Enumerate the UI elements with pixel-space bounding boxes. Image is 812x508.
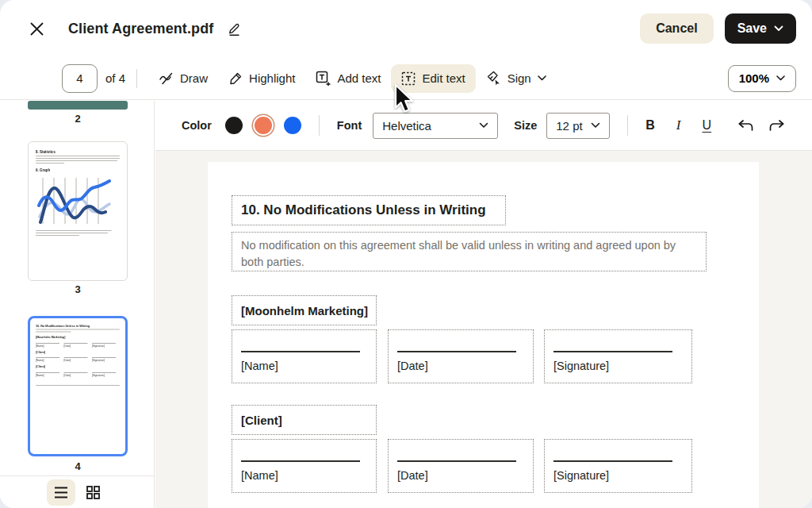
field-label: [Signature] — [553, 469, 691, 482]
thumb-text-line — [36, 230, 111, 231]
sign-tool-button[interactable]: Sign — [476, 64, 557, 93]
divider — [627, 115, 628, 136]
editable-paragraph-box[interactable]: No modification on this agreement shall … — [232, 232, 707, 271]
close-icon — [30, 22, 44, 36]
highlight-label: Highlight — [249, 71, 295, 85]
thumb3-heading-statistics: 8. Statistics — [36, 150, 120, 154]
editable-signature-field[interactable]: [Name] — [232, 329, 377, 383]
signature-line — [553, 460, 672, 462]
underline-button[interactable]: U — [703, 118, 712, 133]
zoom-value: 100% — [739, 71, 769, 85]
signature-line — [553, 351, 672, 352]
thumb-signature-row: [Name] [Date] [Signature] — [36, 372, 120, 376]
highlighter-icon — [228, 71, 243, 86]
color-swatch-black[interactable] — [225, 117, 243, 134]
sign-label: Sign — [508, 71, 531, 85]
undo-icon — [737, 120, 754, 132]
field-label: [Name] — [241, 469, 376, 482]
field-label: [Date] — [397, 360, 533, 372]
color-swatch-orange-selected[interactable] — [255, 117, 272, 134]
color-swatches — [225, 117, 301, 134]
redo-button[interactable] — [768, 120, 785, 132]
signature-line — [397, 351, 516, 352]
font-label: Font — [337, 119, 362, 132]
thumb-text-line — [36, 329, 120, 330]
color-label: Color — [182, 119, 212, 132]
bold-button[interactable]: B — [645, 118, 655, 133]
color-swatch-blue[interactable] — [284, 117, 301, 134]
pdf-page: 10. No Modifications Unless in Writing N… — [208, 162, 759, 508]
grid-view-button[interactable] — [79, 479, 108, 506]
draw-label: Draw — [180, 71, 208, 85]
page-number-input[interactable] — [62, 64, 98, 93]
page-2-thumbnail[interactable] — [28, 101, 128, 110]
thumb4-party-1: [Moonhelm Marketing] — [36, 336, 120, 339]
signature-line — [397, 460, 516, 462]
chevron-down-icon — [479, 122, 488, 129]
editable-signature-field[interactable]: [Date] — [388, 329, 534, 383]
thumb-signature-row: [Name] [Date] [Signature] — [36, 343, 120, 347]
title-bar: Client Agreement.pdf Cancel Save — [0, 0, 812, 57]
font-select[interactable]: Helvetica — [373, 113, 498, 139]
field-label: [Signature] — [553, 360, 691, 372]
rename-button[interactable] — [223, 17, 245, 40]
document-canvas: 10. No Modifications Unless in Writing N… — [155, 151, 812, 508]
history-buttons — [737, 120, 785, 132]
add-text-tool-button[interactable]: Add text — [305, 64, 391, 93]
thumb-text-line — [36, 158, 120, 159]
pdf-editor-window: Client Agreement.pdf Cancel Save of 4 — [0, 0, 812, 508]
edit-text-label: Edit text — [422, 71, 465, 85]
pencil-icon — [227, 21, 241, 36]
signature-line — [241, 351, 360, 352]
thumb-text-line — [36, 156, 120, 156]
size-select[interactable]: 12 pt — [546, 113, 610, 139]
line-chart-thumbnail — [36, 175, 113, 226]
thumb4-party-2: [Client] — [36, 351, 120, 354]
editable-signature-field[interactable]: [Signature] — [544, 329, 692, 383]
editable-heading-box[interactable]: 10. No Modifications Unless in Writing — [232, 195, 506, 225]
document-title: Client Agreement.pdf — [68, 21, 213, 37]
editable-party-box[interactable]: [Moonhelm Marketing] — [232, 295, 377, 325]
page-3-thumbnail[interactable]: 8. Statistics 9. Graph — [28, 141, 128, 281]
page-4-number: 4 — [28, 460, 128, 472]
thumb-text-line — [36, 235, 79, 236]
divider — [319, 115, 320, 136]
zoom-level-button[interactable]: 100% — [728, 65, 796, 92]
editable-signature-field[interactable]: [Name] — [232, 439, 377, 493]
thumb-text-line — [36, 163, 64, 164]
field-label: [Name] — [241, 360, 376, 372]
chevron-down-icon — [776, 75, 785, 81]
thumb-signature-row: [Name] [Date] [Signature] — [36, 358, 120, 362]
chevron-down-icon — [538, 75, 546, 81]
editable-signature-field[interactable]: [Signature] — [544, 439, 692, 493]
add-text-label: Add text — [337, 71, 381, 85]
field-label: [Date] — [397, 469, 533, 482]
cancel-button[interactable]: Cancel — [640, 13, 713, 44]
list-view-icon — [54, 487, 68, 498]
undo-button[interactable] — [737, 120, 754, 132]
thumb4-party-3: [Client] — [36, 365, 120, 368]
page-count-label: of 4 — [105, 71, 125, 85]
signature-line — [241, 460, 360, 462]
editable-party-box[interactable]: [Client] — [232, 405, 377, 435]
highlight-tool-button[interactable]: Highlight — [218, 64, 305, 93]
size-label: Size — [514, 119, 537, 132]
close-button[interactable] — [24, 16, 49, 41]
italic-button[interactable]: I — [676, 117, 681, 133]
thumb-text-line — [36, 332, 71, 333]
draw-tool-button[interactable]: Draw — [148, 64, 218, 93]
edit-text-tool-button[interactable]: Edit text — [391, 64, 475, 93]
thumb3-heading-graph: 9. Graph — [36, 168, 120, 172]
add-text-icon — [316, 71, 331, 86]
page-4-thumbnail-selected[interactable]: 10. No Modifications Unless in Writing [… — [28, 316, 128, 456]
list-view-button[interactable] — [47, 479, 75, 506]
redo-icon — [768, 120, 785, 132]
divider — [136, 69, 137, 88]
editable-signature-field[interactable]: [Date] — [388, 439, 534, 493]
thumb-text-line — [36, 233, 108, 233]
scribble-icon — [159, 71, 174, 86]
edit-text-icon — [401, 71, 416, 86]
sidebar-view-toggle — [0, 475, 154, 508]
save-button[interactable]: Save — [725, 13, 796, 44]
chevron-down-icon — [774, 25, 783, 32]
